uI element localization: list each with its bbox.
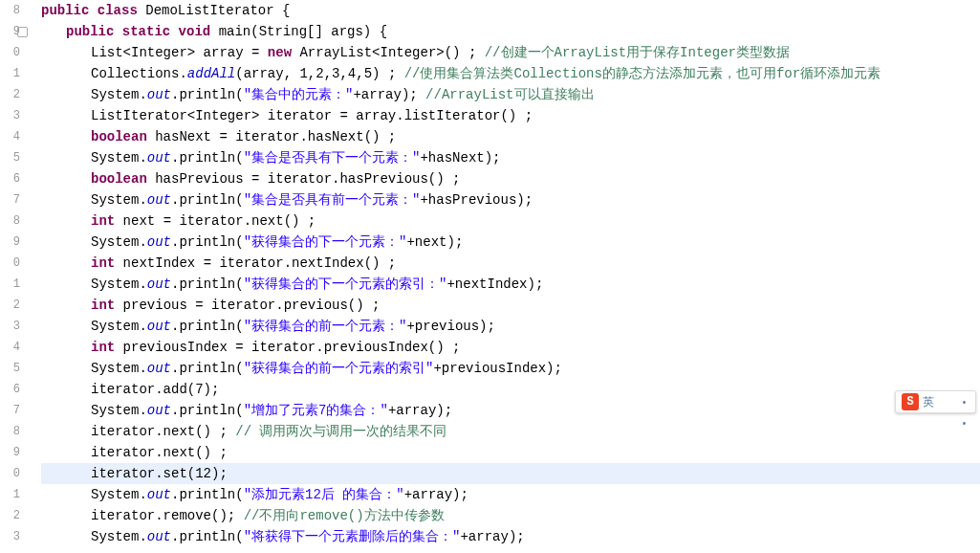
field: out	[147, 87, 171, 102]
code-text: System.	[91, 529, 147, 544]
code-editor[interactable]: 8 9 0 1 2 3 4 5 6 7 8 9 0 1 2 3 4 5 6 7 …	[0, 0, 980, 553]
line-number: 3	[0, 526, 20, 547]
code-text: +array);	[460, 529, 524, 544]
code-line[interactable]: System.out.println("集合中的元素："+array); //A…	[41, 84, 980, 105]
code-line-highlighted[interactable]: iterator.set(12);	[41, 463, 980, 484]
code-text: System.	[91, 276, 147, 292]
line-number: 3	[0, 316, 20, 337]
code-text: .println(	[171, 276, 244, 292]
field: out	[147, 361, 171, 376]
code-text: +hasNext);	[420, 150, 500, 166]
line-number: 2	[0, 505, 20, 526]
code-area[interactable]: public class DemoListIterator { public s…	[24, 0, 980, 553]
keyword: boolean	[91, 129, 147, 144]
line-number: 9	[0, 21, 20, 42]
code-line[interactable]: System.out.println("添加元素12后 的集合："+array)…	[41, 484, 980, 505]
code-line[interactable]: iterator.add(7);	[41, 379, 980, 400]
code-text: System.	[91, 319, 147, 334]
code-line[interactable]: boolean hasNext = iterator.hasNext() ;	[41, 126, 980, 147]
code-line[interactable]: int nextIndex = iterator.nextIndex() ;	[41, 253, 980, 274]
string: "将获得下一个元素删除后的集合："	[244, 529, 461, 544]
field: out	[147, 403, 171, 418]
code-text: .println(	[171, 150, 244, 166]
code-line[interactable]: public class DemoListIterator {	[41, 0, 980, 21]
string: "集合是否具有前一个元素："	[244, 192, 421, 208]
code-line[interactable]: int previousIndex = iterator.previousInd…	[41, 337, 980, 358]
code-line[interactable]: iterator.next() ;	[41, 442, 980, 463]
keyword: int	[91, 340, 115, 355]
code-line[interactable]: System.out.println("获得集合的前一个元素："+previou…	[41, 316, 980, 337]
comment: // 调用两次与调用一次的结果不同	[235, 424, 446, 439]
line-number: 8	[0, 210, 20, 232]
code-line[interactable]: int next = iterator.next() ;	[41, 210, 980, 232]
sogou-logo-icon[interactable]: S	[902, 393, 919, 410]
keyword: boolean	[91, 171, 147, 187]
code-text: iterator.set(12);	[91, 466, 228, 481]
code-line[interactable]: System.out.println("获得集合的前一个元素的索引"+previ…	[41, 358, 980, 379]
code-text: System.	[91, 361, 147, 376]
code-text: iterator.remove();	[91, 508, 244, 523]
code-text: .println(	[171, 319, 244, 334]
line-number: 2	[0, 295, 20, 316]
line-number: 7	[0, 189, 20, 210]
code-text: System.	[91, 403, 147, 418]
code-text: .println(	[171, 487, 244, 502]
class-name	[138, 3, 145, 18]
code-text: System.	[91, 192, 147, 208]
code-line[interactable]: System.out.println("增加了元素7的集合："+array);	[41, 400, 980, 421]
line-number-gutter: 8 9 0 1 2 3 4 5 6 7 8 9 0 1 2 3 4 5 6 7 …	[0, 0, 24, 553]
field: out	[147, 487, 171, 502]
code-text: +array);	[388, 403, 452, 418]
code-text: +previousIndex);	[433, 361, 561, 376]
code-text: +previous);	[406, 319, 494, 334]
code-text: .println(	[171, 529, 244, 544]
line-number: 6	[0, 379, 20, 400]
line-number: 6	[0, 168, 20, 189]
code-text: +nextIndex);	[446, 276, 543, 292]
code-line[interactable]: System.out.println("集合是否具有下一个元素："+hasNex…	[41, 147, 980, 168]
code-line[interactable]: ListIterator<Integer> iterator = array.l…	[41, 105, 980, 126]
string: "集合是否具有下一个元素："	[244, 150, 421, 166]
code-line[interactable]: boolean hasPrevious = iterator.hasPrevio…	[41, 168, 980, 189]
code-text: List<Integer> array =	[91, 45, 268, 60]
code-text: +hasPrevious);	[420, 192, 533, 208]
keyword: int	[91, 255, 115, 271]
ime-language-label[interactable]: 英	[923, 394, 934, 410]
code-text: .println(	[171, 403, 244, 418]
code-line[interactable]: Collections.addAll(array, 1,2,3,4,5) ; /…	[41, 63, 980, 84]
code-text: next = iterator.next() ;	[115, 213, 316, 229]
field: out	[147, 276, 171, 292]
line-number: 8	[0, 421, 20, 442]
line-number: 9	[0, 232, 20, 253]
code-text: +array);	[404, 487, 468, 502]
code-text: Collections.	[91, 66, 187, 81]
code-line[interactable]: System.out.println("将获得下一个元素删除后的集合："+arr…	[41, 526, 980, 547]
code-line[interactable]: System.out.println("集合是否具有前一个元素："+hasPre…	[41, 189, 980, 210]
code-line[interactable]: System.out.println("获得集合的下一个元素的索引："+next…	[41, 274, 980, 295]
comment: //ArrayList可以直接输出	[425, 87, 594, 102]
code-text: System.	[91, 87, 147, 102]
code-line[interactable]: iterator.next() ; // 调用两次与调用一次的结果不同	[41, 421, 980, 442]
code-line[interactable]: public static void main(String[] args) {	[41, 21, 980, 42]
code-text: System.	[91, 234, 147, 250]
code-text: iterator.next() ;	[91, 424, 235, 439]
keyword: int	[91, 298, 115, 313]
code-text: .println(	[171, 234, 244, 250]
code-line[interactable]: iterator.remove(); //不用向remove()方法中传参数	[41, 505, 980, 526]
comment: //创建一个ArrayList用于保存Integer类型数据	[485, 45, 790, 60]
string: "添加元素12后 的集合："	[244, 487, 404, 502]
line-number: 5	[0, 147, 20, 168]
line-number: 1	[0, 274, 20, 295]
code-text: .println(	[171, 192, 244, 208]
ime-drag-handle-icon[interactable]	[938, 394, 969, 410]
static-method: addAll	[187, 66, 235, 81]
ime-toolbar[interactable]: S 英	[895, 390, 976, 413]
comment: //不用向remove()方法中传参数	[244, 508, 445, 523]
line-number: 0	[0, 253, 20, 274]
line-number: 3	[0, 105, 20, 126]
string: "获得集合的前一个元素的索引"	[244, 361, 434, 376]
code-line[interactable]: int previous = iterator.previous() ;	[41, 295, 980, 316]
code-line[interactable]: List<Integer> array = new ArrayList<Inte…	[41, 42, 980, 63]
code-line[interactable]: System.out.println("获得集合的下一个元素："+next);	[41, 232, 980, 253]
string: "增加了元素7的集合："	[244, 403, 388, 418]
